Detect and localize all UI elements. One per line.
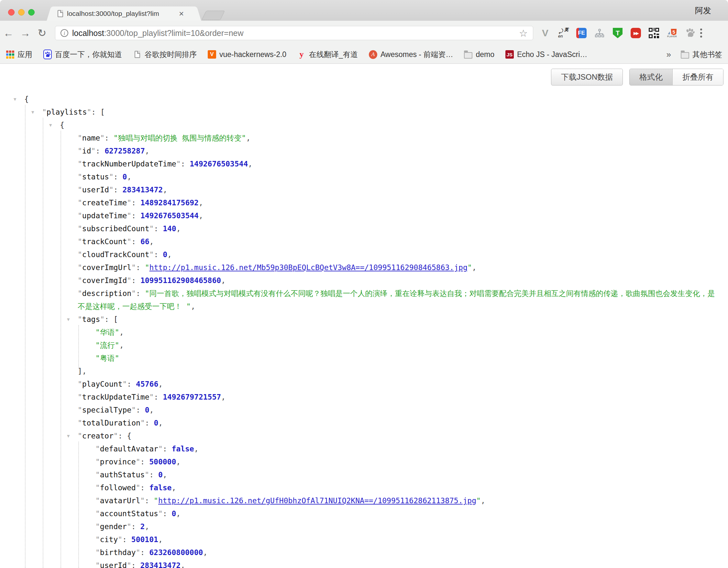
json-line: "coverImgUrl": "http://p1.music.126.net/… (0, 261, 728, 274)
qr-code-extension-icon[interactable] (648, 28, 659, 39)
json-colon: : (105, 315, 114, 324)
json-comma: , (119, 341, 124, 350)
h5-five-glyph: 5 (671, 29, 677, 35)
url-text[interactable]: localhost:3000/top_playlist?limit=10&ord… (72, 28, 519, 38)
address-bar[interactable]: i localhost:3000/top_playlist?limit=10&o… (55, 26, 533, 40)
page-info-icon[interactable]: i (61, 29, 68, 37)
html5-player-extension-icon[interactable]: ♟ 5 PLAYER (667, 28, 678, 39)
json-comma: , (181, 561, 185, 568)
download-json-button[interactable]: 下载JSON数据 (551, 69, 623, 85)
json-key: trackUpdateTime (82, 393, 149, 401)
vue-v-icon: V (208, 50, 216, 59)
url-host: localhost (72, 28, 104, 38)
json-line: "trackNumberUpdateTime": 1492676503544, (0, 157, 728, 170)
tab-close-icon[interactable]: × (179, 9, 184, 18)
bookmark-echojs[interactable]: JS Echo JS - JavaScri… (505, 50, 587, 59)
json-line: "authStatus": 0, (0, 468, 728, 481)
bookmark-awesomes[interactable]: A Awesomes - 前端资… (369, 50, 453, 60)
fast-forward-extension-icon[interactable]: ▶▶ (630, 28, 641, 39)
collapse-triangle-icon[interactable]: ▼ (67, 429, 70, 442)
json-number-value: 1492676503544 (190, 160, 248, 168)
browser-menu-icon[interactable] (700, 28, 702, 38)
json-colon: : (114, 185, 123, 194)
json-line: "cloudTrackCount": 0, (0, 248, 728, 261)
json-url-link[interactable]: http://p1.music.126.net/Mb59p30BpEQLcBQe… (149, 263, 468, 272)
forward-icon[interactable]: → (17, 27, 34, 39)
document-icon (133, 50, 141, 59)
json-quote: " (115, 328, 119, 337)
tampermonkey-shield-icon[interactable]: T (612, 28, 623, 39)
json-quote: " (95, 458, 100, 466)
json-quote: " (78, 185, 82, 194)
vue-devtools-icon[interactable]: V (540, 28, 551, 39)
json-line: "id": 627258287, (0, 144, 728, 157)
youdao-y-icon: y (297, 50, 306, 59)
bookmark-demo-folder[interactable]: demo (464, 50, 494, 59)
apps-grid-icon (6, 50, 14, 59)
collapse-triangle-icon[interactable]: ▼ (31, 106, 34, 118)
other-bookmarks[interactable]: 其他书签 (681, 50, 722, 60)
json-number-value: 1492679721557 (163, 393, 221, 401)
json-line: "accountStatus": 0, (0, 507, 728, 520)
json-key: avatarUrl (100, 496, 140, 505)
json-quote: " (140, 496, 145, 505)
json-line: "trackCount": 66, (0, 235, 728, 248)
json-comma: , (199, 198, 203, 207)
json-quote: " (78, 419, 82, 427)
json-comma: , (176, 458, 181, 466)
json-comma: , (199, 211, 203, 220)
json-quote: " (109, 173, 114, 181)
json-quote: " (78, 432, 82, 440)
json-line: "createTime": 1489284175692, (0, 196, 728, 209)
minimize-window-button[interactable] (18, 9, 25, 16)
json-line: "defaultAvatar": false, (0, 442, 728, 455)
back-icon[interactable]: ← (0, 27, 17, 39)
json-quote: " (100, 134, 105, 142)
bookmarks-overflow-icon[interactable]: » (667, 50, 671, 60)
close-window-button[interactable] (8, 9, 15, 16)
collapse-triangle-icon[interactable]: ▼ (49, 118, 52, 131)
json-number-value: 500000 (149, 458, 176, 466)
zoom-window-button[interactable] (28, 9, 35, 16)
json-quote: " (136, 548, 140, 557)
json-key: totalDuration (82, 419, 140, 427)
json-quote: " (78, 224, 82, 233)
json-comma: , (176, 509, 181, 518)
translate-extension-icon[interactable]: ⤸ 英 en (558, 28, 569, 39)
bookmark-youdao[interactable]: y 在线翻译_有道 (297, 50, 358, 60)
bookmark-label: 百度一下，你就知道 (55, 50, 122, 60)
collapse-triangle-icon[interactable]: ▼ (14, 93, 16, 106)
json-number-value: 140 (163, 224, 176, 233)
json-colon: : (105, 134, 114, 142)
sitemap-extension-icon[interactable] (594, 28, 605, 39)
json-colon: : (127, 380, 136, 388)
collapse-all-button[interactable]: 折叠所有 (672, 69, 723, 85)
json-url-link[interactable]: http://p1.music.126.net/gUfH0bhzOfAl71NU… (158, 496, 476, 505)
bookmark-star-icon[interactable]: ☆ (519, 28, 528, 39)
reload-icon[interactable]: ↻ (34, 27, 50, 39)
paw-extension-icon[interactable] (685, 28, 696, 39)
json-line: "description": "同一首歌，独唱模式与对唱模式有没有什么不同呢？独… (0, 287, 728, 313)
json-number-value: 2 (140, 522, 145, 531)
bookmark-baidu[interactable]: 百度一下，你就知道 (43, 50, 122, 60)
fe-extension-icon[interactable]: FE (576, 28, 587, 39)
format-button-group: 格式化 折叠所有 (629, 69, 723, 85)
bookmark-google-sorted[interactable]: 谷歌按时间排序 (133, 50, 197, 60)
echojs-icon: JS (505, 50, 514, 59)
json-quote: " (149, 224, 154, 233)
json-line: ▼"tags": [ (0, 313, 728, 326)
new-tab-button[interactable] (202, 11, 225, 20)
format-button[interactable]: 格式化 (630, 69, 672, 85)
json-line: "playCount": 45766, (0, 378, 728, 391)
bookmark-vue-hackernews[interactable]: V vue-hackernews-2.0 (208, 50, 286, 59)
profile-name[interactable]: 阿发 (695, 5, 711, 16)
json-bracket: { (127, 432, 131, 440)
json-quote: " (158, 445, 163, 453)
bookmark-apps[interactable]: 应用 (6, 50, 32, 60)
browser-tab[interactable]: localhost:3000/top_playlist?lim × (53, 6, 195, 21)
json-number-value: 0 (154, 419, 158, 427)
collapse-triangle-icon[interactable]: ▼ (67, 313, 70, 326)
json-colon: : (145, 419, 154, 427)
json-quote: " (127, 237, 131, 246)
json-colon: : (91, 108, 100, 116)
